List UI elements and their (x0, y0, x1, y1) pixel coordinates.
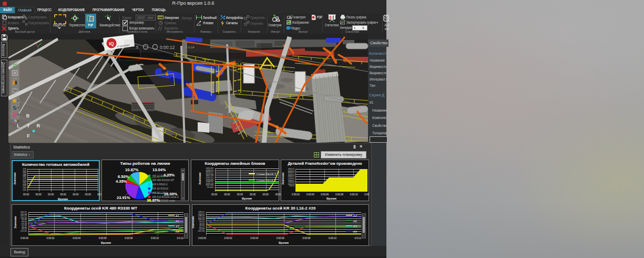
svg-text:T: T (27, 123, 30, 128)
svg-text:A2: A2 (353, 220, 357, 223)
svg-text:A3: A3 (353, 225, 357, 228)
svg-text:5: 5 (136, 45, 138, 49)
svg-text:A5: A5 (353, 235, 357, 236)
svg-text:KR 6 R900-2: KR 6 R900-2 (152, 183, 168, 186)
svg-text:KR 90 R3100 extra: KR 90 R3100 extra (152, 199, 175, 202)
svg-text:L: L (17, 123, 20, 128)
svg-text:KR 12 R1810: KR 12 R1810 (152, 174, 168, 177)
svg-text:A2: A2 (176, 220, 179, 223)
svg-text:A3: A3 (176, 225, 179, 228)
svg-text:A1: A1 (353, 214, 357, 217)
svg-text:IQ: IQ (109, 41, 114, 46)
svg-text:KR 210 R3100 extra C: KR 210 R3100 extra C (152, 195, 179, 199)
svg-text:10.87%: 10.87% (125, 167, 139, 172)
svg-text:KR 30 L16-2: KR 30 L16-2 (152, 191, 167, 194)
svg-text:F: F (27, 133, 30, 138)
svg-text:A4: A4 (176, 230, 179, 233)
svg-text:× 0.04: × 0.04 (186, 46, 195, 49)
svg-text:Linear block 1: Linear block 1 (257, 173, 277, 176)
svg-text:A5: A5 (176, 235, 179, 236)
svg-text:23.91%: 23.91% (117, 195, 130, 200)
svg-text:13.04%: 13.04% (152, 167, 166, 172)
svg-text:KR 16 R2010: KR 16 R2010 (152, 187, 168, 190)
svg-text:R: R (37, 123, 40, 128)
svg-text:0:00:12: 0:00:12 (160, 45, 175, 50)
svg-text:4.35%: 4.35% (116, 179, 127, 184)
svg-text:6.52%: 6.52% (118, 174, 129, 179)
svg-text:A4: A4 (353, 230, 357, 233)
svg-text:KR 480 R3330 MT: KR 480 R3330 MT (152, 178, 174, 182)
svg-text:B: B (26, 113, 30, 118)
svg-text:Linear block 2: Linear block 2 (257, 179, 277, 182)
svg-text:A1: A1 (176, 214, 179, 217)
